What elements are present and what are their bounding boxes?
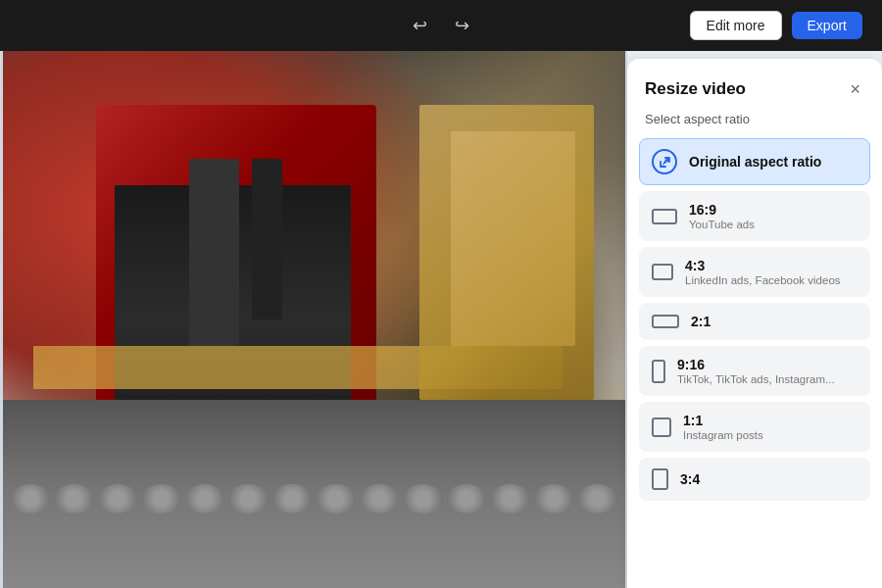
ratio-desc: TikTok, TikTok ads, Instagram... — [677, 373, 835, 385]
9-16-icon — [652, 360, 665, 383]
ratio-item-3-4[interactable]: 3:4 — [639, 458, 870, 501]
ratio-name: 16:9 — [689, 202, 755, 218]
close-button[interactable]: × — [846, 78, 864, 100]
toolbar-center: ↩ ↪ — [407, 11, 475, 40]
toolbar-right: Edit more Export — [690, 11, 862, 40]
ratio-text: Original aspect ratio — [689, 154, 821, 170]
panel-header: Resize video × — [627, 59, 882, 112]
original-icon — [652, 149, 677, 174]
16-9-icon — [652, 209, 677, 224]
ratio-text: 16:9 YouTube ads — [689, 202, 755, 230]
ratio-desc: Instagram posts — [683, 429, 763, 441]
main-area: Resize video × Select aspect ratio Origi… — [0, 51, 882, 588]
export-button[interactable]: Export — [792, 12, 862, 39]
4-3-icon — [652, 264, 673, 280]
ratio-item-16-9[interactable]: 16:9 YouTube ads — [639, 191, 870, 241]
ratio-text: 1:1 Instagram posts — [683, 413, 763, 441]
ratio-item-9-16[interactable]: 9:16 TikTok, TikTok ads, Instagram... — [639, 346, 870, 396]
resize-panel: Resize video × Select aspect ratio Origi… — [627, 59, 882, 588]
undo-button[interactable]: ↩ — [407, 11, 433, 40]
top-bar: ↩ ↪ Edit more Export — [0, 0, 882, 51]
panel-title: Resize video — [645, 79, 746, 99]
ratio-name: 3:4 — [680, 471, 700, 487]
ratio-name: 4:3 — [685, 258, 841, 273]
ratio-item-4-3[interactable]: 4:3 LinkedIn ads, Facebook videos — [639, 247, 870, 297]
ratio-list: Original aspect ratio 16:9 YouTube ads 4… — [627, 138, 882, 516]
edit-more-button[interactable]: Edit more — [690, 11, 782, 40]
ratio-name: 2:1 — [691, 314, 710, 329]
ratio-text: 4:3 LinkedIn ads, Facebook videos — [685, 258, 841, 286]
ratio-name: 9:16 — [677, 357, 835, 372]
ratio-item-2-1[interactable]: 2:1 — [639, 303, 870, 340]
ratio-text: 9:16 TikTok, TikTok ads, Instagram... — [677, 357, 835, 385]
ratio-name: Original aspect ratio — [689, 154, 821, 170]
ratio-item-1-1[interactable]: 1:1 Instagram posts — [639, 402, 870, 452]
ratio-text: 2:1 — [691, 314, 710, 329]
ratio-desc: LinkedIn ads, Facebook videos — [685, 274, 841, 286]
ratio-item-original[interactable]: Original aspect ratio — [639, 138, 870, 185]
video-frame — [3, 51, 625, 588]
1-1-icon — [652, 417, 671, 437]
panel-subtitle: Select aspect ratio — [627, 112, 882, 138]
video-preview — [0, 51, 627, 588]
2-1-icon — [652, 315, 679, 328]
ratio-desc: YouTube ads — [689, 219, 755, 230]
ratio-text: 3:4 — [680, 471, 700, 487]
ratio-name: 1:1 — [683, 413, 763, 428]
3-4-icon — [652, 468, 668, 490]
redo-button[interactable]: ↪ — [449, 11, 475, 40]
